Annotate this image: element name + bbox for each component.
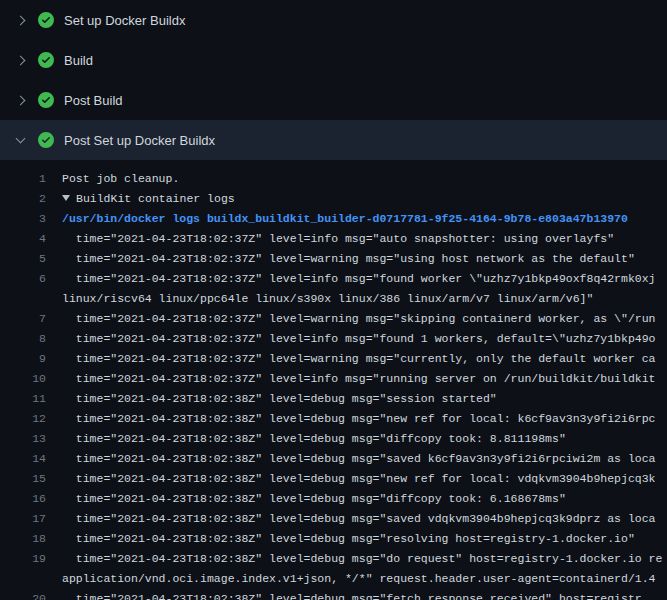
log-text: time="2021-04-23T18:02:38Z" level=debug …: [62, 452, 656, 465]
log-row: 8 time="2021-04-23T18:02:37Z" level=info…: [0, 328, 667, 348]
line-number[interactable]: 4: [0, 232, 46, 245]
chevron-right-icon[interactable]: [12, 92, 28, 108]
log-text: time="2021-04-23T18:02:38Z" level=debug …: [62, 432, 566, 445]
chevron-down-icon[interactable]: [12, 132, 28, 148]
log-text: time="2021-04-23T18:02:38Z" level=debug …: [62, 472, 656, 485]
log-row: 2BuildKit container logs: [0, 188, 667, 208]
success-check-icon: [38, 92, 54, 108]
line-number[interactable]: 13: [0, 432, 46, 445]
step-label: Post Set up Docker Buildx: [64, 133, 215, 148]
line-number[interactable]: 5: [0, 252, 46, 265]
chevron-right-icon[interactable]: [12, 12, 28, 28]
log-row: linux/riscv64 linux/ppc64le linux/s390x …: [0, 288, 667, 308]
line-number[interactable]: 15: [0, 472, 46, 485]
log-text: application/vnd.oci.image.index.v1+json,…: [62, 572, 656, 585]
line-number[interactable]: 12: [0, 412, 46, 425]
log-row: 6 time="2021-04-23T18:02:37Z" level=info…: [0, 268, 667, 288]
line-number[interactable]: 6: [0, 272, 46, 285]
line-number[interactable]: 10: [0, 372, 46, 385]
line-number[interactable]: 18: [0, 532, 46, 545]
log-text: Post job cleanup.: [62, 172, 179, 185]
success-check-icon: [38, 12, 54, 28]
log-text: time="2021-04-23T18:02:37Z" level=warnin…: [62, 352, 656, 365]
line-number[interactable]: 7: [0, 312, 46, 325]
triangle-down-icon[interactable]: [62, 195, 70, 201]
log-row: 17 time="2021-04-23T18:02:38Z" level=deb…: [0, 508, 667, 528]
log-text: time="2021-04-23T18:02:37Z" level=info m…: [62, 272, 656, 285]
log-text: time="2021-04-23T18:02:37Z" level=info m…: [62, 372, 656, 385]
line-number[interactable]: 17: [0, 512, 46, 525]
log-row: 20 time="2021-04-23T18:02:38Z" level=deb…: [0, 588, 667, 600]
steps-list: Set up Docker Buildx Build Post Build Po…: [0, 0, 667, 160]
log-text: time="2021-04-23T18:02:38Z" level=debug …: [62, 532, 635, 545]
step-label: Set up Docker Buildx: [64, 13, 185, 28]
line-number[interactable]: 11: [0, 392, 46, 405]
line-number[interactable]: 14: [0, 452, 46, 465]
log-row: 16 time="2021-04-23T18:02:38Z" level=deb…: [0, 488, 667, 508]
log-text: time="2021-04-23T18:02:38Z" level=debug …: [62, 552, 662, 565]
log-row: 18 time="2021-04-23T18:02:38Z" level=deb…: [0, 528, 667, 548]
log-text: time="2021-04-23T18:02:37Z" level=info m…: [62, 232, 614, 245]
line-number[interactable]: 1: [0, 172, 46, 185]
log-row: application/vnd.oci.image.index.v1+json,…: [0, 568, 667, 588]
log-row: 14 time="2021-04-23T18:02:38Z" level=deb…: [0, 448, 667, 468]
step-row-post-set-up-docker-buildx[interactable]: Post Set up Docker Buildx: [0, 120, 667, 160]
log-text: time="2021-04-23T18:02:37Z" level=info m…: [62, 332, 656, 345]
log-row: 10 time="2021-04-23T18:02:37Z" level=inf…: [0, 368, 667, 388]
log-text: time="2021-04-23T18:02:38Z" level=debug …: [62, 592, 642, 600]
step-row-set-up-docker-buildx[interactable]: Set up Docker Buildx: [0, 0, 667, 40]
log-row: 11 time="2021-04-23T18:02:38Z" level=deb…: [0, 388, 667, 408]
line-number[interactable]: 3: [0, 212, 46, 225]
log-row: 1Post job cleanup.: [0, 168, 667, 188]
line-number[interactable]: 8: [0, 332, 46, 345]
log-row: 19 time="2021-04-23T18:02:38Z" level=deb…: [0, 548, 667, 568]
log-text: time="2021-04-23T18:02:38Z" level=debug …: [62, 492, 566, 505]
log-text: time="2021-04-23T18:02:38Z" level=debug …: [62, 392, 497, 405]
log-row: 13 time="2021-04-23T18:02:38Z" level=deb…: [0, 428, 667, 448]
log-row: 5 time="2021-04-23T18:02:37Z" level=warn…: [0, 248, 667, 268]
line-number[interactable]: 20: [0, 592, 46, 600]
log-text: time="2021-04-23T18:02:38Z" level=debug …: [62, 512, 656, 525]
line-number[interactable]: 9: [0, 352, 46, 365]
line-number[interactable]: 2: [0, 192, 46, 205]
log-lines: 1Post job cleanup.2BuildKit container lo…: [0, 160, 667, 600]
log-text: linux/riscv64 linux/ppc64le linux/s390x …: [62, 292, 593, 305]
log-row: 4 time="2021-04-23T18:02:37Z" level=info…: [0, 228, 667, 248]
chevron-right-icon[interactable]: [12, 52, 28, 68]
log-row: 3/usr/bin/docker logs buildx_buildkit_bu…: [0, 208, 667, 228]
line-number[interactable]: 16: [0, 492, 46, 505]
step-row-build[interactable]: Build: [0, 40, 667, 80]
log-row: 15 time="2021-04-23T18:02:38Z" level=deb…: [0, 468, 667, 488]
step-label: Build: [64, 53, 93, 68]
log-row: 9 time="2021-04-23T18:02:37Z" level=warn…: [0, 348, 667, 368]
log-text: BuildKit container logs: [76, 192, 235, 205]
line-number[interactable]: 19: [0, 552, 46, 565]
log-row: 7 time="2021-04-23T18:02:37Z" level=warn…: [0, 308, 667, 328]
success-check-icon: [38, 132, 54, 148]
log-command-text: /usr/bin/docker logs buildx_buildkit_bui…: [62, 212, 628, 225]
log-text: time="2021-04-23T18:02:38Z" level=debug …: [62, 412, 656, 425]
log-text: time="2021-04-23T18:02:37Z" level=warnin…: [62, 312, 656, 325]
log-row: 12 time="2021-04-23T18:02:38Z" level=deb…: [0, 408, 667, 428]
step-label: Post Build: [64, 93, 123, 108]
success-check-icon: [38, 52, 54, 68]
step-row-post-build[interactable]: Post Build: [0, 80, 667, 120]
log-text: time="2021-04-23T18:02:37Z" level=warnin…: [62, 252, 635, 265]
